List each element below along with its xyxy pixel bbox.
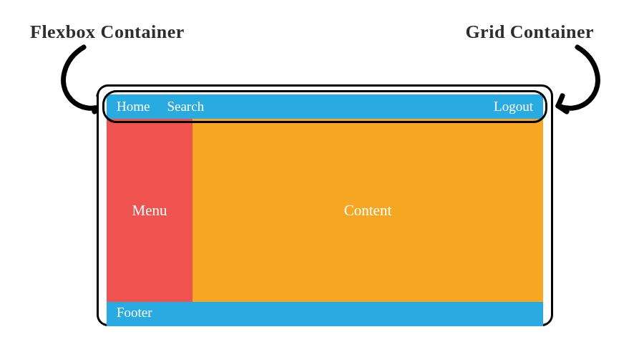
- nav-home-link[interactable]: Home: [117, 99, 150, 114]
- footer-bar: Footer: [107, 302, 543, 326]
- content-label: Content: [344, 202, 392, 220]
- nav-logout-link[interactable]: Logout: [494, 99, 533, 114]
- footer-label: Footer: [117, 305, 152, 321]
- header-bar: Home Search Logout: [107, 94, 543, 119]
- nav-search-link[interactable]: Search: [167, 99, 204, 114]
- grid-container: Home Search Logout Menu Content Footer: [107, 94, 543, 326]
- main-content: Content: [192, 119, 543, 302]
- layout-diagram: Home Search Logout Menu Content Footer: [97, 84, 553, 326]
- arrow-grid-icon: [545, 44, 610, 116]
- sidebar-menu: Menu: [107, 119, 192, 302]
- annotation-grid-label: Grid Container: [465, 21, 594, 43]
- menu-label: Menu: [132, 202, 167, 220]
- annotation-flexbox-label: Flexbox Container: [30, 21, 185, 43]
